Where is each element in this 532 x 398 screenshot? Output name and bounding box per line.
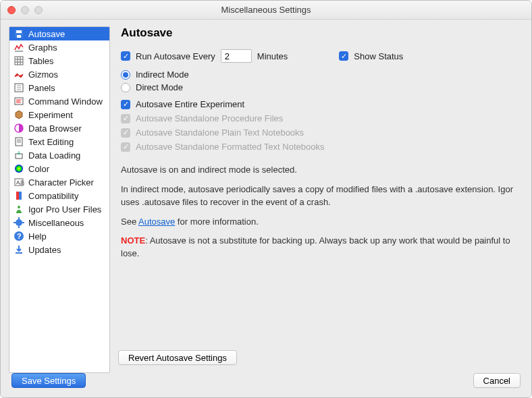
minimize-window-button <box>21 6 29 14</box>
sidebar-item-updates[interactable]: Updates <box>9 243 109 256</box>
gizmos-icon <box>14 69 24 80</box>
color-icon <box>14 163 24 174</box>
direct-mode-label: Direct Mode <box>136 82 183 92</box>
data-loading-icon <box>14 150 24 161</box>
note-text: : Autosave is not a substitute for backi… <box>121 235 510 258</box>
graphs-icon <box>14 42 24 53</box>
sidebar-item-autosave[interactable]: Autosave <box>9 27 109 40</box>
svg-rect-18 <box>16 138 22 146</box>
svg-point-23 <box>15 165 23 173</box>
note-line: NOTE: Autosave is not a substitute for b… <box>121 235 521 260</box>
autosave-plain-nb-label: Autosave Standalone Plain Text Notebooks <box>136 127 304 138</box>
cancel-button[interactable]: Cancel <box>473 373 521 388</box>
autosave-proc-checkbox <box>121 114 130 123</box>
sidebar-item-color[interactable]: Color <box>9 162 109 175</box>
autosave-proc-label: Autosave Standalone Procedure Files <box>136 113 283 123</box>
sidebar-item-label: Igor Pro User Files <box>28 204 101 215</box>
panels-icon <box>14 82 24 93</box>
note-label: NOTE <box>121 235 145 246</box>
sidebar-item-label: Gizmos <box>28 69 58 80</box>
autosave-entire-checkbox[interactable] <box>121 100 130 109</box>
tables-icon <box>14 55 24 66</box>
autosave-interval-input[interactable] <box>221 49 252 63</box>
sidebar-item-label: Autosave <box>28 29 65 39</box>
command-window-icon <box>14 96 24 107</box>
sidebar-item-tables[interactable]: Tables <box>9 54 109 67</box>
svg-text:?: ? <box>17 232 22 240</box>
svg-rect-4 <box>15 57 23 65</box>
autosave-plain-nb-checkbox <box>121 128 130 138</box>
text-editing-icon <box>14 136 24 147</box>
settings-main: Autosave Run Autosave Every Minutes Show… <box>118 26 523 373</box>
sidebar-item-label: Text Editing <box>28 137 74 147</box>
sidebar-item-label: Data Loading <box>28 150 80 161</box>
sidebar-item-label: Compatibility <box>28 191 78 201</box>
sidebar-item-data-browser[interactable]: Data Browser <box>9 121 109 135</box>
desc-line-3: See Autosave for more information. <box>121 216 521 229</box>
sidebar-item-graphs[interactable]: Graphs <box>9 40 109 54</box>
sidebar-item-experiment[interactable]: Experiment <box>9 108 109 121</box>
svg-rect-1 <box>16 30 22 33</box>
desc-line-2: In indirect mode, autosave periodically … <box>121 183 521 209</box>
indirect-mode-radio[interactable] <box>121 70 130 80</box>
sidebar-item-label: Color <box>28 164 49 174</box>
run-autosave-label: Run Autosave Every <box>136 51 215 61</box>
autosave-entire-label: Autosave Entire Experiment <box>136 99 244 109</box>
direct-mode-radio[interactable] <box>121 83 130 92</box>
sidebar-item-igor-pro-user-files[interactable]: Igor Pro User Files <box>9 202 109 216</box>
sidebar-item-panels[interactable]: Panels <box>9 81 109 94</box>
show-status-checkbox[interactable] <box>339 51 348 61</box>
settings-sidebar[interactable]: AutosaveGraphsTablesGizmosPanelsCommand … <box>9 26 110 373</box>
compatibility-icon <box>14 190 24 201</box>
svg-point-28 <box>18 206 20 208</box>
autosave-fmt-nb-label: Autosave Standalone Formatted Text Noteb… <box>136 142 324 152</box>
help-icon: ? <box>14 231 24 241</box>
window-title: Miscellaneous Settings <box>1 5 531 15</box>
sidebar-item-command-window[interactable]: Command Window <box>9 94 109 108</box>
autosave-help-link[interactable]: Autosave <box>138 217 175 227</box>
close-window-button[interactable] <box>7 6 16 14</box>
desc-line-1: Autosave is on and indirect mode is sele… <box>121 164 521 177</box>
experiment-icon <box>14 109 24 120</box>
svg-point-29 <box>16 219 22 226</box>
show-status-label: Show Status <box>354 51 403 61</box>
sidebar-item-label: Updates <box>28 245 61 255</box>
sidebar-item-label: Help <box>28 231 47 241</box>
svg-rect-27 <box>19 192 22 200</box>
autosave-icon <box>14 28 24 39</box>
save-settings-button[interactable]: Save Settings <box>11 373 86 388</box>
miscellaneous-icon <box>14 217 24 228</box>
sidebar-item-help[interactable]: ?Help <box>9 229 109 243</box>
window-body: AutosaveGraphsTablesGizmosPanelsCommand … <box>1 20 531 397</box>
igor-pro-user-files-icon <box>14 204 24 215</box>
sidebar-item-label: Panels <box>28 83 55 93</box>
zoom-window-button <box>34 6 43 14</box>
titlebar: Miscellaneous Settings <box>1 1 531 20</box>
autosave-fmt-nb-checkbox <box>121 142 130 152</box>
svg-rect-26 <box>16 192 19 200</box>
run-autosave-checkbox[interactable] <box>121 51 130 61</box>
settings-window: Miscellaneous Settings AutosaveGraphsTab… <box>0 0 532 398</box>
revert-settings-button[interactable]: Revert Autosave Settings <box>118 350 237 365</box>
window-controls <box>7 6 43 14</box>
sidebar-item-label: Experiment <box>28 110 73 120</box>
sidebar-item-text-editing[interactable]: Text Editing <box>9 135 109 148</box>
updates-icon <box>14 244 24 255</box>
sidebar-item-label: Command Window <box>28 96 103 107</box>
data-browser-icon <box>14 123 24 134</box>
svg-text:Aあ: Aあ <box>16 179 24 186</box>
sidebar-item-label: Data Browser <box>28 123 82 134</box>
indirect-mode-label: Indirect Mode <box>136 69 189 80</box>
sidebar-item-miscellaneous[interactable]: Miscellaneous <box>9 216 109 229</box>
minutes-label: Minutes <box>257 51 288 61</box>
sidebar-item-character-picker[interactable]: AあCharacter Picker <box>9 175 109 189</box>
character-picker-icon: Aあ <box>14 177 24 188</box>
sidebar-item-label: Character Picker <box>28 177 94 188</box>
sidebar-item-compatibility[interactable]: Compatibility <box>9 189 109 202</box>
sidebar-item-label: Graphs <box>28 42 57 53</box>
svg-rect-2 <box>17 35 21 38</box>
sidebar-item-data-loading[interactable]: Data Loading <box>9 148 109 162</box>
page-title: Autosave <box>121 26 521 40</box>
sidebar-item-label: Miscellaneous <box>28 218 84 228</box>
sidebar-item-gizmos[interactable]: Gizmos <box>9 67 109 81</box>
